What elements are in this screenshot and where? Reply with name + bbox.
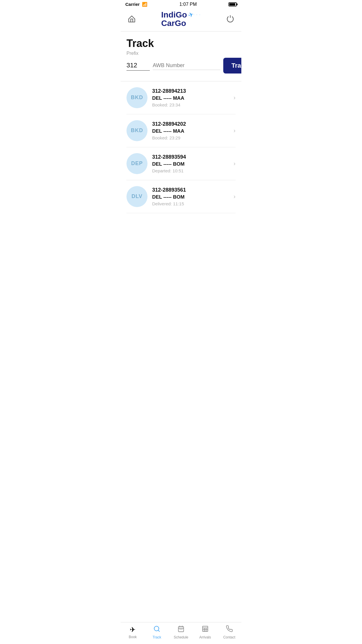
chevron-icon-2: ›: [233, 127, 236, 134]
shipment-route-1: DEL ----- MAA: [152, 95, 231, 101]
shipment-item[interactable]: BKD 312-28894202 DEL ----- MAA Booked: 2…: [126, 114, 236, 147]
status-circle-bkd-2: BKD: [126, 120, 147, 141]
shipment-number-3: 312-28893594: [152, 154, 231, 160]
status-circle-dlv: DLV: [126, 186, 147, 207]
logo-cargo: CarGo: [161, 19, 186, 28]
track-button[interactable]: Track: [223, 58, 241, 74]
shipment-item[interactable]: DEP 312-28893594 DEL ----- BOM Departed:…: [126, 147, 236, 180]
shipment-route-2: DEL ----- MAA: [152, 128, 231, 134]
battery-icon: [229, 2, 237, 6]
shipment-route-3: DEL ----- BOM: [152, 161, 231, 167]
shipment-number-1: 312-28894213: [152, 88, 231, 94]
page-title: Track: [126, 37, 236, 50]
shipment-list: BKD 312-28894213 DEL ----- MAA Booked: 2…: [121, 81, 241, 213]
logo-indigo: IndiGo: [161, 10, 187, 19]
app-logo: IndiGo ✈ · · · CarGo: [161, 10, 201, 28]
chevron-icon-3: ›: [233, 160, 236, 167]
track-input-row: Track ↻: [126, 58, 236, 74]
status-circle-bkd-1: BKD: [126, 87, 147, 108]
status-circle-dep: DEP: [126, 153, 147, 174]
shipment-status-4: Delivered: 11:15: [152, 201, 231, 206]
shipment-status-1: Booked: 23:34: [152, 102, 231, 107]
chevron-icon-1: ›: [233, 94, 236, 101]
shipment-status-3: Departed: 10:51: [152, 168, 231, 173]
battery-area: [229, 2, 237, 6]
main-content: Track Prefix Track ↻ BKD 312-28894213 DE…: [121, 32, 241, 237]
status-code-dlv: DLV: [131, 193, 143, 200]
header: IndiGo ✈ · · · CarGo: [121, 8, 241, 32]
shipment-info-4: 312-28893561 DEL ----- BOM Delivered: 11…: [152, 187, 231, 206]
carrier-label: Carrier 📶: [125, 2, 147, 7]
chevron-icon-4: ›: [233, 193, 236, 200]
shipment-info-2: 312-28894202 DEL ----- MAA Booked: 23:29: [152, 121, 231, 140]
shipment-route-4: DEL ----- BOM: [152, 194, 231, 200]
shipment-item[interactable]: DLV 312-28893561 DEL ----- BOM Delivered…: [126, 180, 236, 213]
shipment-number-2: 312-28894202: [152, 121, 231, 127]
shipment-status-2: Booked: 23:29: [152, 135, 231, 140]
awb-input[interactable]: [153, 61, 220, 70]
shipment-info-3: 312-28893594 DEL ----- BOM Departed: 10:…: [152, 154, 231, 173]
status-code-dep: DEP: [131, 160, 143, 167]
status-bar: Carrier 📶 1:07 PM: [121, 0, 241, 8]
power-button[interactable]: [225, 14, 236, 24]
shipment-number-4: 312-28893561: [152, 187, 231, 193]
status-code-bkd-2: BKD: [131, 127, 143, 134]
status-time: 1:07 PM: [179, 2, 197, 7]
shipment-info-1: 312-28894213 DEL ----- MAA Booked: 23:34: [152, 88, 231, 107]
status-code-bkd-1: BKD: [131, 94, 143, 101]
prefix-input[interactable]: [126, 60, 150, 71]
track-section: Track Prefix Track ↻: [121, 32, 241, 76]
prefix-label: Prefix: [126, 51, 236, 56]
home-button[interactable]: [126, 14, 137, 24]
shipment-item[interactable]: BKD 312-28894213 DEL ----- MAA Booked: 2…: [126, 81, 236, 114]
